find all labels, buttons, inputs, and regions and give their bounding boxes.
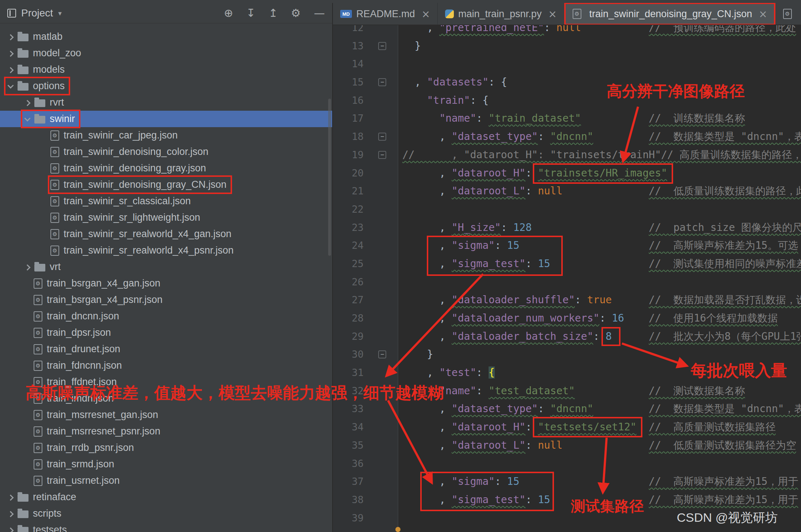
tree-item-train-rrdb-psnr-json[interactable]: train_rrdb_psnr.json — [0, 440, 332, 456]
tree-item-inner: model_zoo — [5, 45, 86, 61]
expand-all-icon[interactable]: ↧ — [246, 7, 255, 19]
hide-panel-icon[interactable]: — — [314, 7, 325, 19]
tree-item-train-msrresnet-psnr-json[interactable]: train_msrresnet_psnr.json — [0, 423, 332, 440]
tree-item-model-zoo[interactable]: model_zoo — [0, 45, 332, 61]
tree-item-testsets[interactable]: testsets — [0, 522, 332, 532]
fold-end-icon[interactable]: − — [378, 42, 386, 50]
tree-item-train-swinir-car-jpeg-json[interactable]: train_swinir_car_jpeg.json — [0, 127, 332, 144]
editor-line: 34 , "dataroot_H": "testsets/set12" // 高… — [333, 418, 801, 436]
close-icon[interactable]: × — [759, 8, 767, 20]
tree-item-matlab[interactable]: matlab — [0, 28, 332, 45]
tree-item-models[interactable]: models — [0, 61, 332, 78]
tree-item-train-fdncnn-json[interactable]: train_fdncnn.json — [0, 357, 332, 374]
tree-item-scripts[interactable]: scripts — [0, 505, 332, 522]
chevron-right-icon[interactable] — [23, 262, 33, 272]
code-line-text: , "dataloader_batch_size": 8 // 批次大小为8（每… — [398, 327, 801, 346]
tree-item-train-swinir-sr-realworld-x4-gan-json[interactable]: train_swinir_sr_realworld_x4_gan.json — [0, 226, 332, 242]
tab-train-swinir-denoising-gray-cn-json[interactable]: train_swinir_denoising_gray_CN.json× — [565, 3, 775, 25]
json-file-icon — [50, 180, 59, 190]
tree-item-train-usrnet-json[interactable]: train_usrnet.json — [0, 472, 332, 489]
tree-item-train-swinir-denoising-gray-cn-json[interactable]: train_swinir_denoising_gray_CN.json — [0, 176, 332, 193]
tree-item-inner: train_bsrgan_x4_psnr.json — [32, 292, 167, 308]
json-file-icon — [34, 311, 42, 322]
code-editor[interactable]: 12 , "pretrained_netE": null // 预训练编码器的路… — [333, 25, 801, 527]
tree-item-train-swinir-sr-classical-json[interactable]: train_swinir_sr_classical.json — [0, 193, 332, 209]
line-number: 19 — [333, 146, 369, 164]
tab-readme-md[interactable]: MDREADME.md× — [333, 3, 438, 25]
chevron-right-icon[interactable] — [6, 509, 16, 519]
editor-line: 28 , "dataloader_num_workers": 16 // 使用1… — [333, 309, 801, 327]
line-number: 38 — [333, 491, 369, 509]
json-file-icon — [34, 476, 42, 486]
close-icon[interactable]: × — [422, 8, 430, 20]
tree-item-inner: train_imdn.json — [32, 390, 118, 407]
tree-item-train-dncnn-json[interactable]: train_dncnn.json — [0, 308, 332, 324]
tree-item-train-bsrgan-x4-psnr-json[interactable]: train_bsrgan_x4_psnr.json — [0, 292, 332, 308]
close-icon[interactable]: × — [548, 8, 557, 20]
tree-item-train-swinir-sr-lightweight-json[interactable]: train_swinir_sr_lightweight.json — [0, 209, 332, 226]
json-file-icon — [50, 147, 59, 157]
chevron-right-icon[interactable] — [6, 48, 16, 58]
tab-main-train-psnr-py[interactable]: main_train_psnr.py× — [438, 3, 565, 25]
tree-item-train-msrresnet-gan-json[interactable]: train_msrresnet_gan.json — [0, 407, 332, 423]
fold-icon[interactable]: − — [378, 151, 386, 159]
chevron-right-icon[interactable] — [6, 32, 16, 42]
chevron-right-icon[interactable] — [23, 98, 33, 108]
tree-item-inner: train_usrnet.json — [32, 472, 124, 489]
gutter: − — [369, 37, 398, 55]
json-file-icon — [34, 443, 42, 453]
fold-end-icon[interactable]: − — [378, 350, 386, 358]
editor-body[interactable]: 12 , "pretrained_netE": null // 预训练编码器的路… — [333, 25, 801, 532]
editor-line: 20 , "dataroot_H": "trainsets/HR_images" — [333, 164, 801, 182]
tree-item-label: train_swinir_denoising_gray.json — [64, 163, 206, 174]
tree-item-inner: train_bsrgan_x4_gan.json — [32, 275, 165, 292]
tree-item-label: train_swinir_sr_classical.json — [64, 195, 191, 207]
folder-icon — [18, 66, 29, 74]
tree-item-label: train_imdn.json — [47, 393, 114, 404]
tree-item-vrt[interactable]: vrt — [0, 259, 332, 275]
tree-item-train-bsrgan-x4-gan-json[interactable]: train_bsrgan_x4_gan.json — [0, 275, 332, 292]
tree-item-swinir[interactable]: swinir — [0, 111, 332, 127]
code-line-text: , "dataroot_L": null // 低质量测试数据集路径为空 — [398, 436, 801, 455]
project-tool-icon — [7, 9, 16, 18]
line-number: 15 — [333, 73, 369, 91]
settings-gear-icon[interactable]: ⚙ — [291, 7, 301, 19]
editor-line: 22 — [333, 200, 801, 218]
tree-item-train-swinir-denoising-gray-json[interactable]: train_swinir_denoising_gray.json — [0, 160, 332, 176]
tree-item-train-drunet-json[interactable]: train_drunet.json — [0, 341, 332, 357]
tree-item-train-swinir-denoising-color-json[interactable]: train_swinir_denoising_color.json — [0, 144, 332, 160]
json-file-icon — [50, 229, 59, 239]
tree-item-train-imdn-json[interactable]: train_imdn.json — [0, 390, 332, 407]
tree-item-label: options — [33, 80, 65, 92]
fold-icon[interactable]: − — [378, 133, 386, 141]
chevron-down-icon[interactable] — [23, 114, 33, 124]
tree-item-train-ffdnet-json[interactable]: train_ffdnet.json — [0, 374, 332, 390]
editor-tab-bar: MDREADME.md×main_train_psnr.py×train_swi… — [333, 3, 801, 25]
tree-scrollbar[interactable] — [328, 99, 331, 256]
tree-item-options[interactable]: options — [0, 78, 332, 94]
tree-item-label: testsets — [33, 524, 67, 532]
locate-file-icon[interactable]: ⊕ — [224, 7, 233, 19]
tree-item-label: train_bsrgan_x4_psnr.json — [47, 294, 163, 305]
project-tree[interactable]: matlabmodel_zoomodelsoptionsrvrtswinirtr… — [0, 26, 332, 532]
tab-partial[interactable] — [775, 3, 801, 25]
fold-icon[interactable]: − — [378, 78, 386, 86]
line-number: 12 — [333, 25, 369, 37]
chevron-right-icon[interactable] — [6, 525, 16, 532]
tree-item-train-swinir-sr-realworld-x4-psnr-json[interactable]: train_swinir_sr_realworld_x4_psnr.json — [0, 242, 332, 259]
folder-icon — [18, 527, 29, 532]
chevron-down-icon[interactable] — [6, 81, 16, 91]
editor-line: 15− , "datasets": { — [333, 73, 801, 91]
chevron-right-icon[interactable] — [6, 492, 16, 502]
chevron-down-icon[interactable]: ▾ — [58, 9, 62, 17]
tree-item-train-dpsr-json[interactable]: train_dpsr.json — [0, 324, 332, 341]
tree-item-train-srmd-json[interactable]: train_srmd.json — [0, 456, 332, 472]
chevron-right-icon[interactable] — [6, 65, 16, 75]
editor-line: 18− , "dataset_type": "dncnn" // 数据集类型是 … — [333, 128, 801, 146]
json-file-icon — [50, 213, 59, 223]
tree-item-retinaface[interactable]: retinaface — [0, 489, 332, 505]
collapse-all-icon[interactable]: ↥ — [269, 7, 278, 19]
gutter: − — [369, 128, 398, 146]
tree-item-rvrt[interactable]: rvrt — [0, 94, 332, 111]
folder-icon — [18, 83, 29, 91]
